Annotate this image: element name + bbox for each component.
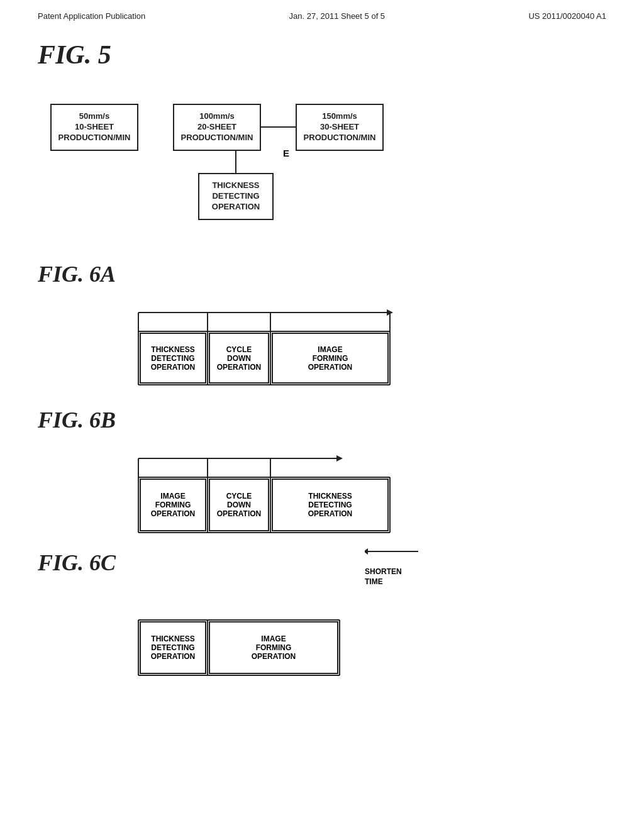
page-header: Patent Application Publication Jan. 27, … xyxy=(0,0,644,27)
fig6c-title: FIG. 6C xyxy=(38,550,606,576)
fig6b-box3: THICKNESS DETECTING OPERATION xyxy=(272,479,389,531)
fig6a-title: FIG. 6A xyxy=(38,261,606,287)
fig5-box2: 100mm/s 20-SHEET PRODUCTION/MIN xyxy=(173,104,261,151)
fig6b-box2: CYCLE DOWN OPERATION xyxy=(209,479,269,531)
fig6c-section: FIG. 6C THICKNESS DETECTING OPERATION IM… xyxy=(38,550,606,683)
fig5-title: FIG. 5 xyxy=(38,40,606,70)
fig6a-section: FIG. 6A THICKNESS DETECTING OPERATION xyxy=(38,261,606,394)
fig6b-section: FIG. 6B IMAGE FORMING OPERATION xyxy=(38,407,606,543)
fig5-box1: 50mm/s 10-SHEET PRODUCTION/MIN xyxy=(50,104,138,151)
fig6b-box1: IMAGE FORMING OPERATION xyxy=(140,479,206,531)
fig6a-box2: CYCLE DOWN OPERATION xyxy=(209,333,269,384)
fig5-diagram: 50mm/s 10-SHEET PRODUCTION/MIN 100mm/s 2… xyxy=(38,85,478,236)
fig6a-diagram: THICKNESS DETECTING OPERATION CYCLE DOWN… xyxy=(38,294,453,394)
fig6b-shorten-time: SHORTEN TIME xyxy=(365,535,428,587)
fig6a-box3: IMAGE FORMING OPERATION xyxy=(272,333,389,384)
fig5-box3: 150mm/s 30-SHEET PRODUCTION/MIN xyxy=(296,104,384,151)
fig6c-box2: IMAGE FORMING OPERATION xyxy=(209,621,338,674)
fig5-label-e: E xyxy=(283,148,289,158)
fig6b-title: FIG. 6B xyxy=(38,407,606,433)
header-right: US 2011/0020040 A1 xyxy=(528,11,606,21)
fig6b-diagram: IMAGE FORMING OPERATION CYCLE DOWN OPERA… xyxy=(38,440,453,543)
fig5-thickness-box: THICKNESS DETECTING OPERATION xyxy=(198,173,274,220)
header-left: Patent Application Publication xyxy=(38,11,145,21)
svg-marker-13 xyxy=(336,455,343,462)
header-middle: Jan. 27, 2011 Sheet 5 of 5 xyxy=(289,11,386,21)
svg-marker-22 xyxy=(365,548,368,555)
fig6a-box1: THICKNESS DETECTING OPERATION xyxy=(140,333,206,384)
page-content: FIG. 5 50mm/s 10-SHEET PRODUCTION/MIN 10… xyxy=(0,27,644,695)
fig6c-box1: THICKNESS DETECTING OPERATION xyxy=(140,621,206,674)
fig6c-diagram: THICKNESS DETECTING OPERATION IMAGE FORM… xyxy=(38,582,453,683)
